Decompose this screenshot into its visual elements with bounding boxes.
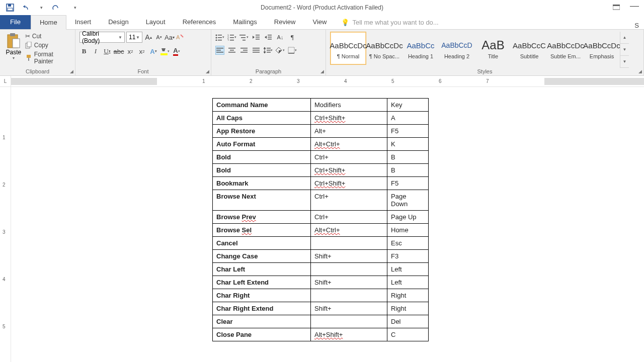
table-row[interactable]: Char Left Left — [213, 263, 429, 276]
tab-review[interactable]: Review — [266, 15, 304, 29]
table-row[interactable]: Bold Ctrl+Shift+ B — [213, 164, 429, 177]
borders-icon[interactable]: ▾ — [288, 46, 297, 55]
table-cell: Change Case — [213, 250, 311, 263]
underline-icon[interactable]: U▾ — [103, 47, 112, 56]
table-row[interactable]: Browse Prev Ctrl+ Page Up — [213, 211, 429, 224]
increase-indent-icon[interactable] — [264, 33, 273, 42]
table-row[interactable]: Browse Next Ctrl+ Page Down — [213, 190, 429, 211]
qat-customize-icon[interactable]: ▾ — [74, 5, 76, 10]
save-icon[interactable] — [6, 4, 14, 12]
pilcrow-icon[interactable]: ¶ — [288, 33, 297, 42]
vertical-ruler[interactable]: 12345 — [0, 87, 11, 362]
decrease-indent-icon[interactable] — [252, 33, 261, 42]
align-left-icon[interactable] — [215, 46, 224, 55]
font-color-icon[interactable]: A▾ — [172, 47, 181, 56]
tab-view[interactable]: View — [304, 15, 335, 29]
italic-icon[interactable]: I — [91, 47, 100, 56]
font-size-combo[interactable]: 11▼ — [126, 32, 142, 43]
line-spacing-icon[interactable]: ▾ — [264, 46, 273, 55]
tab-selector-icon[interactable]: L — [0, 76, 11, 87]
styles-scroll-up-icon[interactable]: ▲ — [620, 32, 629, 44]
table-row[interactable]: Clear Del — [213, 315, 429, 328]
justify-icon[interactable] — [252, 46, 261, 55]
style-item-heading-1[interactable]: AaBbCcHeading 1 — [403, 32, 439, 65]
align-center-icon[interactable] — [227, 46, 236, 55]
bullets-icon[interactable]: ▾ — [215, 33, 224, 42]
cut-button[interactable]: ✂Cut — [25, 33, 71, 40]
redo-icon[interactable] — [52, 4, 60, 12]
shrink-font-icon[interactable]: A▾ — [154, 33, 164, 42]
table-row[interactable]: Char Right Right — [213, 289, 429, 302]
numbering-icon[interactable]: 123▾ — [227, 33, 236, 42]
table-row[interactable]: Char Right Extend Shift+ Right — [213, 302, 429, 315]
ribbon-display-icon[interactable] — [613, 5, 620, 11]
table-row[interactable]: Char Left Extend Shift+ Left — [213, 276, 429, 289]
table-cell: Del — [387, 315, 429, 328]
table-row[interactable]: Close Pane Alt+Shift+ C — [213, 328, 429, 341]
font-dialog-launcher-icon[interactable]: ◢ — [206, 69, 209, 74]
styles-scroll-down-icon[interactable]: ▼ — [620, 44, 629, 56]
undo-icon[interactable] — [23, 4, 31, 12]
subscript-icon[interactable]: x2 — [126, 47, 135, 56]
copy-button[interactable]: Copy — [25, 42, 71, 49]
style-item-heading-2[interactable]: AaBbCcDHeading 2 — [439, 32, 475, 65]
clipboard-dialog-launcher-icon[interactable]: ◢ — [70, 69, 73, 74]
align-right-icon[interactable] — [239, 46, 249, 55]
svg-rect-15 — [218, 35, 222, 36]
horizontal-ruler[interactable]: 1234567 — [11, 77, 644, 86]
font-family-combo[interactable]: Calibri (Body)▼ — [79, 32, 125, 43]
svg-point-16 — [216, 37, 217, 39]
shading-icon[interactable]: ▾ — [276, 46, 285, 55]
styles-dialog-launcher-icon[interactable]: ◢ — [638, 69, 642, 74]
tab-home[interactable]: Home — [31, 15, 66, 30]
table-row[interactable]: Cancel Esc — [213, 237, 429, 250]
style-item-emphasis[interactable]: AaBbCcDcEmphasis — [584, 32, 620, 65]
page-viewport[interactable]: Command Name Modifiers Key All Caps Ctrl… — [11, 87, 644, 362]
sort-icon[interactable]: A↓ — [276, 33, 285, 42]
strikethrough-icon[interactable]: abc — [114, 47, 123, 56]
table-row[interactable]: App Restore Alt+ F5 — [213, 125, 429, 138]
table-row[interactable]: Auto Format Alt+Ctrl+ K — [213, 138, 429, 151]
tab-insert[interactable]: Insert — [66, 15, 100, 29]
style-item--normal[interactable]: AaBbCcDc¶ Normal — [330, 32, 366, 65]
format-painter-button[interactable]: Format Painter — [25, 51, 71, 65]
table-row[interactable]: Browse Sel Alt+Ctrl+ Home — [213, 224, 429, 237]
style-item-subtitle[interactable]: AaBbCcCSubtitle — [511, 32, 547, 65]
svg-rect-38 — [228, 48, 235, 49]
shortcuts-table[interactable]: Command Name Modifiers Key All Caps Ctrl… — [212, 98, 429, 341]
title-bar: ▾ ▾ Document2 - Word (Product Activation… — [0, 0, 644, 15]
table-row[interactable]: All Caps Ctrl+Shift+ A — [213, 112, 429, 125]
highlight-icon[interactable]: ▾ — [160, 47, 170, 56]
style-item-title[interactable]: AaBTitle — [475, 32, 511, 65]
share-button[interactable]: S — [634, 22, 644, 29]
change-case-icon[interactable]: Aa▾ — [165, 33, 174, 42]
undo-dropdown-icon[interactable]: ▾ — [40, 5, 43, 10]
multilevel-list-icon[interactable]: ▾ — [239, 33, 249, 42]
minimize-icon[interactable]: — — [630, 1, 639, 11]
paste-button[interactable]: Paste ▾ — [4, 32, 23, 68]
styles-expand-icon[interactable]: ▼ — [620, 56, 629, 68]
tab-mailings[interactable]: Mailings — [224, 15, 266, 29]
svg-rect-47 — [267, 48, 271, 49]
table-cell: Bookmark — [213, 177, 311, 190]
superscript-icon[interactable]: x2 — [137, 47, 146, 56]
bold-icon[interactable]: B — [79, 47, 89, 56]
style-item-subtle-em-[interactable]: AaBbCcDcSubtle Em... — [547, 32, 584, 65]
ruler-number: 4 — [344, 78, 347, 84]
style-item--no-spac-[interactable]: AaBbCcDc¶ No Spac... — [366, 32, 403, 65]
tab-references[interactable]: References — [174, 15, 224, 29]
tab-design[interactable]: Design — [100, 15, 137, 29]
text-effects-icon[interactable]: A▾ — [149, 47, 158, 56]
paragraph-dialog-launcher-icon[interactable]: ◢ — [320, 69, 324, 74]
grow-font-icon[interactable]: A▴ — [144, 33, 153, 42]
copy-icon — [25, 42, 32, 49]
ruler-number: 4 — [3, 277, 6, 282]
table-row[interactable]: Bold Ctrl+ B — [213, 151, 429, 164]
tab-layout[interactable]: Layout — [137, 15, 174, 29]
table-cell: Page Down — [387, 190, 429, 211]
clear-formatting-icon[interactable]: A — [176, 33, 185, 42]
tell-me-search[interactable]: 💡 Tell me what you want to do... — [335, 16, 444, 29]
table-row[interactable]: Change Case Shift+ F3 — [213, 250, 429, 263]
tab-file[interactable]: File — [0, 15, 31, 29]
table-row[interactable]: Bookmark Ctrl+Shift+ F5 — [213, 177, 429, 190]
